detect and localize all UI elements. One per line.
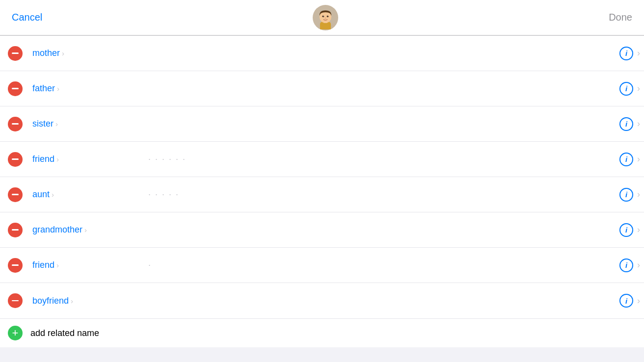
- chevron-row-icon-grandmother: ›: [637, 225, 640, 235]
- info-icon-aunt[interactable]: i: [619, 188, 633, 202]
- chevron-right-icon: ›: [52, 190, 54, 199]
- chevron-row-icon-aunt: ›: [637, 189, 640, 200]
- list-item: sister › i ›: [0, 106, 644, 142]
- right-area-friend2: i ›: [619, 259, 640, 272]
- right-area-sister: i ›: [619, 117, 640, 131]
- chevron-row-icon-mother: ›: [637, 48, 640, 58]
- label-area-friend1: friend ›: [32, 154, 140, 164]
- remove-button-boyfriend[interactable]: [8, 293, 23, 308]
- cancel-button[interactable]: Cancel: [12, 12, 42, 23]
- add-related-name-row[interactable]: + add related name: [0, 318, 644, 347]
- list-item: friend › · i ›: [0, 248, 644, 283]
- app-header: Cancel Done: [0, 0, 644, 35]
- chevron-row-icon-sister: ›: [637, 119, 640, 129]
- chevron-right-icon: ›: [55, 120, 58, 128]
- label-area-grandmother: grandmother ›: [32, 225, 140, 235]
- value-area-aunt: · · · · ·: [140, 189, 619, 200]
- svg-point-4: [322, 15, 324, 17]
- svg-point-5: [327, 15, 329, 17]
- relationship-label-friend1[interactable]: friend: [32, 154, 54, 164]
- chevron-right-icon: ›: [84, 226, 87, 234]
- remove-button-aunt[interactable]: [8, 187, 23, 202]
- remove-button-mother[interactable]: [8, 46, 23, 61]
- label-area-father: father ›: [32, 83, 140, 94]
- list-item: boyfriend › i ›: [0, 283, 644, 318]
- remove-button-sister[interactable]: [8, 117, 23, 131]
- label-area-aunt: aunt ›: [32, 189, 140, 200]
- remove-button-friend1[interactable]: [8, 152, 23, 167]
- add-button[interactable]: +: [8, 326, 23, 340]
- relationship-label-aunt[interactable]: aunt: [32, 189, 50, 200]
- chevron-row-icon-friend2: ›: [637, 260, 640, 270]
- relationship-label-father[interactable]: father: [32, 83, 55, 94]
- value-area-friend1: · · · · · ·: [140, 154, 619, 164]
- info-icon-sister[interactable]: i: [619, 117, 633, 131]
- right-area-grandmother: i ›: [619, 223, 640, 237]
- content-area: mother › i › father › i ›: [0, 36, 644, 362]
- list-item: friend › · · · · · · i ›: [0, 142, 644, 177]
- svg-point-8: [324, 17, 326, 18]
- right-area-aunt: i ›: [619, 188, 640, 202]
- right-area-father: i ›: [619, 82, 640, 96]
- info-icon-father[interactable]: i: [619, 82, 633, 96]
- relationship-label-sister[interactable]: sister: [32, 119, 54, 129]
- value-dots-aunt: · · · · ·: [148, 189, 179, 200]
- remove-button-grandmother[interactable]: [8, 223, 23, 237]
- remove-button-friend2[interactable]: [8, 258, 23, 273]
- chevron-right-icon: ›: [62, 49, 64, 57]
- list-item: father › i ›: [0, 71, 644, 106]
- list-item: grandmother › i ›: [0, 212, 644, 248]
- chevron-row-icon-father: ›: [637, 83, 640, 94]
- info-icon-mother[interactable]: i: [619, 47, 633, 60]
- info-icon-friend2[interactable]: i: [619, 259, 633, 272]
- right-area-boyfriend: i ›: [619, 294, 640, 308]
- info-icon-boyfriend[interactable]: i: [619, 294, 633, 308]
- info-icon-grandmother[interactable]: i: [619, 223, 633, 237]
- chevron-right-icon: ›: [57, 84, 59, 93]
- remove-button-father[interactable]: [8, 81, 23, 96]
- relationship-label-mother[interactable]: mother: [32, 48, 60, 58]
- chevron-row-icon-friend1: ›: [637, 154, 640, 164]
- label-area-mother: mother ›: [32, 48, 140, 58]
- label-area-sister: sister ›: [32, 119, 140, 129]
- chevron-right-icon: ›: [56, 155, 59, 163]
- avatar: [313, 5, 338, 30]
- svg-point-7: [328, 16, 328, 16]
- value-dots-friend2: ·: [148, 260, 152, 270]
- value-area-friend2: ·: [140, 260, 619, 270]
- relationships-list: mother › i › father › i ›: [0, 36, 644, 318]
- relationship-label-grandmother[interactable]: grandmother: [32, 225, 82, 235]
- list-item: mother › i ›: [0, 36, 644, 71]
- right-area-friend1: i ›: [619, 153, 640, 166]
- done-button[interactable]: Done: [609, 12, 632, 23]
- chevron-row-icon-boyfriend: ›: [637, 296, 640, 306]
- chevron-right-icon: ›: [71, 297, 73, 305]
- relationship-label-boyfriend[interactable]: boyfriend: [32, 296, 69, 306]
- chevron-right-icon: ›: [56, 261, 59, 269]
- info-icon-friend1[interactable]: i: [619, 153, 633, 166]
- svg-point-6: [323, 16, 323, 16]
- right-area-mother: i ›: [619, 47, 640, 60]
- relationship-label-friend2[interactable]: friend: [32, 260, 54, 270]
- plus-icon: +: [12, 328, 19, 338]
- value-dots-friend1: · · · · · ·: [148, 154, 186, 164]
- list-item: aunt › · · · · · i ›: [0, 177, 644, 212]
- label-area-friend2: friend ›: [32, 260, 140, 270]
- add-related-name-label: add related name: [30, 328, 99, 338]
- label-area-boyfriend: boyfriend ›: [32, 296, 140, 306]
